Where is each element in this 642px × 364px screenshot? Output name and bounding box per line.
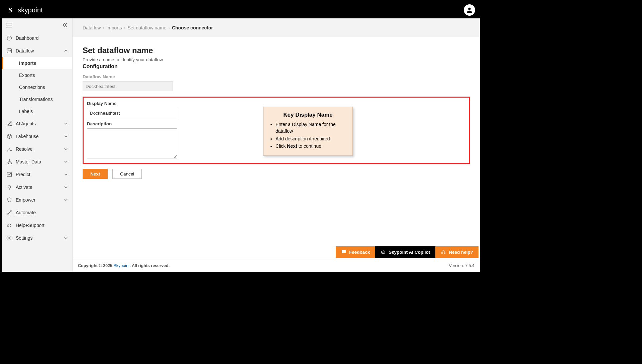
svg-point-5: [10, 125, 11, 126]
tree-icon: [6, 146, 12, 152]
bulb-icon: [6, 184, 12, 190]
chevron-down-icon: [64, 236, 68, 240]
sidebar-item-empower[interactable]: Empower: [2, 194, 72, 206]
svg-point-13: [8, 186, 11, 188]
sidebar-subitem-transformations[interactable]: Transformations: [2, 93, 72, 105]
dataflow-icon: [6, 48, 12, 54]
next-button[interactable]: Next: [83, 169, 108, 179]
sidebar-item-dashboard[interactable]: Dashboard: [2, 32, 72, 44]
footer-link[interactable]: Skypoint: [113, 263, 129, 268]
headset-icon: [6, 222, 12, 228]
svg-rect-11: [10, 163, 12, 164]
svg-point-18: [382, 252, 383, 253]
chevron-down-icon: [64, 122, 68, 125]
sidebar-item-label: Help+Support: [16, 223, 44, 228]
hamburger-icon[interactable]: [6, 23, 12, 27]
breadcrumb-item[interactable]: Set dataflow name: [128, 25, 167, 30]
sidebar-subitem-label: Labels: [19, 109, 33, 114]
footer-prefix: Copyright © 2025: [78, 263, 113, 268]
sidebar-collapse-icon[interactable]: [62, 23, 68, 27]
brand[interactable]: S skypoint: [6, 6, 43, 14]
sidebar-subitem-label: Connections: [19, 85, 45, 90]
page-subtitle: Provide a name to identify your dataflow: [83, 57, 470, 62]
footer-copyright: Copyright © 2025 Skypoint. All rights re…: [78, 263, 170, 268]
shield-icon: [6, 197, 12, 203]
top-bar: S skypoint: [2, 2, 480, 18]
dataflow-name-label: Dataflow Name: [83, 74, 470, 79]
chevron-down-icon: [64, 160, 68, 163]
headset-icon: [441, 249, 446, 255]
footer-version: Version: 7.5.4: [449, 263, 474, 268]
chevron-down-icon: [64, 135, 68, 138]
svg-point-14: [7, 214, 8, 215]
predict-icon: [6, 171, 12, 177]
breadcrumb: Dataflow › Imports › Set dataflow name ›…: [73, 18, 480, 37]
dataflow-name-input: [83, 81, 173, 91]
cancel-button[interactable]: Cancel: [112, 169, 142, 179]
chevron-down-icon: [64, 186, 68, 189]
need-help-button[interactable]: Need help?: [435, 246, 478, 258]
feedback-button[interactable]: Feedback: [336, 246, 375, 258]
sidebar-item-label: Automate: [16, 210, 36, 215]
sidebar-item-resolve[interactable]: Resolve: [2, 143, 72, 155]
copilot-button[interactable]: Skypoint AI Copilot: [375, 246, 435, 258]
footer-suffix: . All rights reserved.: [129, 263, 170, 268]
sidebar-item-help-support[interactable]: Help+Support: [2, 219, 72, 232]
sidebar-subitem-label: Transformations: [19, 97, 53, 102]
breadcrumb-item[interactable]: Dataflow: [83, 25, 101, 30]
sidebar-item-ai-agents[interactable]: AI Agents: [2, 117, 72, 130]
section-heading: Configuration: [83, 64, 470, 70]
display-name-input[interactable]: [87, 108, 177, 118]
sidebar-subitem-label: Exports: [19, 73, 35, 78]
sidebar-item-label: Lakehouse: [16, 134, 39, 139]
callout-bold: Next: [287, 143, 297, 149]
sidebar-item-label: Settings: [16, 235, 33, 241]
sidebar: Dashboard Dataflow Imports Exports Conne…: [2, 18, 73, 272]
sidebar-item-label: Predict: [16, 172, 30, 177]
svg-point-9: [9, 159, 10, 160]
sidebar-item-lakehouse[interactable]: Lakehouse: [2, 130, 72, 143]
display-name-label: Display Name: [87, 101, 465, 106]
brand-name: skypoint: [18, 6, 43, 14]
gear-icon: [6, 235, 12, 241]
chevron-down-icon: [64, 173, 68, 176]
sidebar-item-settings[interactable]: Settings: [2, 232, 72, 244]
sidebar-item-master-data[interactable]: Master Data: [2, 155, 72, 168]
callout-line: Enter a Display Name for the dataflow: [276, 121, 347, 135]
callout-line: Add description if required: [276, 135, 347, 142]
description-textarea[interactable]: [87, 128, 177, 158]
bot-icon: [381, 249, 386, 255]
chevron-down-icon: [64, 198, 68, 202]
sidebar-item-activate[interactable]: Activate: [2, 181, 72, 194]
chevron-right-icon: ›: [168, 25, 170, 30]
sidebar-subitem-exports[interactable]: Exports: [2, 69, 72, 81]
callout-text: Click: [276, 143, 287, 149]
sidebar-item-label: Dataflow: [16, 48, 34, 53]
floating-action-bar: Feedback Skypoint AI Copilot Need help?: [336, 246, 478, 258]
svg-point-6: [9, 147, 10, 148]
breadcrumb-item[interactable]: Imports: [106, 25, 122, 30]
breadcrumb-current: Choose connector: [172, 25, 213, 30]
sidebar-item-automate[interactable]: Automate: [2, 206, 72, 219]
svg-point-16: [9, 237, 10, 239]
sidebar-subitem-labels[interactable]: Labels: [2, 105, 72, 117]
sidebar-subitem-label: Imports: [19, 60, 36, 66]
body: Dashboard Dataflow Imports Exports Conne…: [2, 18, 480, 272]
sidebar-item-label: AI Agents: [16, 121, 36, 126]
sidebar-item-label: Activate: [16, 185, 32, 190]
sidebar-item-dataflow[interactable]: Dataflow: [2, 44, 72, 57]
callout-title: Key Display Name: [269, 112, 347, 118]
sidebar-item-label: Master Data: [16, 159, 41, 164]
need-help-label: Need help?: [449, 250, 473, 255]
sidebar-subitem-connections[interactable]: Connections: [2, 81, 72, 93]
chevron-right-icon: ›: [124, 25, 126, 30]
footer: Copyright © 2025 Skypoint. All rights re…: [73, 259, 480, 272]
app-frame: S skypoint Dashboard: [1, 1, 480, 272]
next-button-label: Next: [90, 171, 100, 176]
sidebar-item-predict[interactable]: Predict: [2, 168, 72, 181]
user-avatar[interactable]: [464, 4, 475, 16]
chat-icon: [341, 249, 346, 255]
sidebar-subitem-imports[interactable]: Imports: [2, 57, 72, 69]
chevron-down-icon: [64, 147, 68, 151]
page-title: Set dataflow name: [83, 46, 470, 55]
